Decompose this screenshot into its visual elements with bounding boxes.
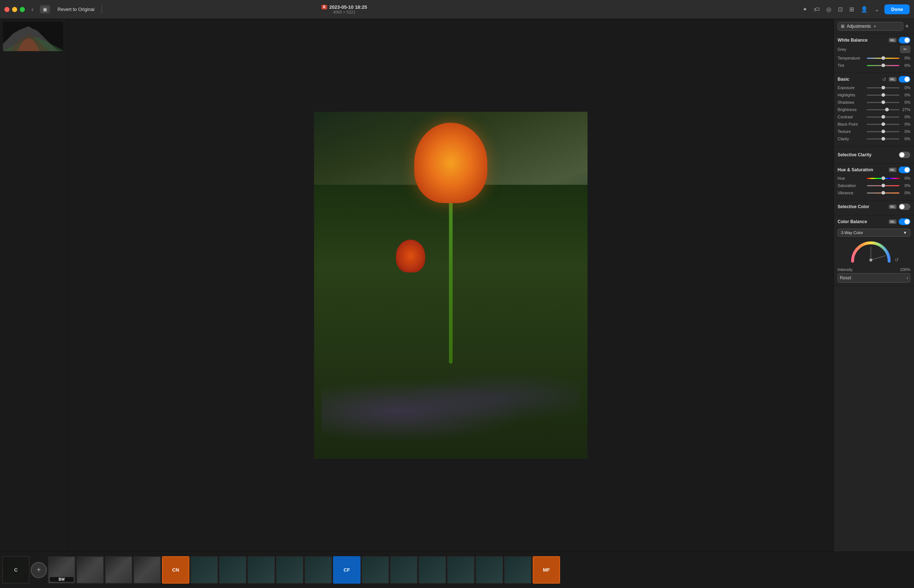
- clarity-thumb[interactable]: [882, 137, 885, 141]
- filmstrip-item-cn[interactable]: CN: [162, 556, 190, 584]
- temperature-slider-wrap[interactable]: [867, 55, 899, 61]
- blackpoint-slider[interactable]: [867, 121, 899, 127]
- reset-button[interactable]: Reset ›: [838, 273, 910, 283]
- vibrance-row: Vibrance 0%: [838, 190, 910, 196]
- filmstrip-item-mf[interactable]: MF: [533, 556, 560, 584]
- clarity-slider[interactable]: [867, 136, 899, 142]
- selective-clarity-toggle[interactable]: [899, 152, 910, 158]
- brightness-track: [867, 109, 899, 110]
- saturation-slider[interactable]: [867, 183, 899, 189]
- contrast-row: Contrast 0%: [838, 114, 910, 120]
- selective-color-section: Selective Color ML: [834, 200, 914, 215]
- reset-chevron-icon: ›: [907, 275, 908, 281]
- shadows-thumb[interactable]: [882, 100, 885, 104]
- filmstrip-item-1[interactable]: [76, 556, 104, 584]
- filmstrip-item-11[interactable]: [419, 556, 446, 584]
- filmstrip-add-button[interactable]: +: [31, 562, 47, 578]
- minimize-button[interactable]: [12, 7, 17, 12]
- temperature-value: 0%: [899, 56, 910, 60]
- temperature-label: Temperature: [838, 56, 867, 60]
- saturation-row: Saturation 0%: [838, 183, 910, 189]
- texture-value: 0%: [899, 129, 910, 134]
- filmstrip-item-10[interactable]: [390, 556, 418, 584]
- grid-icon-button[interactable]: ⊞: [848, 4, 856, 14]
- left-panel: [0, 19, 68, 551]
- filmstrip-item-2[interactable]: [105, 556, 132, 584]
- contrast-label: Contrast: [838, 115, 867, 119]
- contrast-thumb[interactable]: [882, 115, 885, 119]
- highlights-slider[interactable]: [867, 92, 899, 98]
- filmstrip-item-13[interactable]: [476, 556, 503, 584]
- filmstrip-item-7[interactable]: [276, 556, 303, 584]
- filmstrip-item-6[interactable]: [248, 556, 275, 584]
- back-button[interactable]: ‹: [29, 5, 36, 14]
- small-tulip: [396, 239, 425, 273]
- brightness-thumb[interactable]: [885, 108, 889, 111]
- filmstrip-item-5[interactable]: [219, 556, 246, 584]
- selective-color-toggle[interactable]: [899, 204, 910, 210]
- filmstrip-item-8[interactable]: [305, 556, 332, 584]
- temperature-thumb[interactable]: [882, 56, 885, 60]
- filmstrip-item-4[interactable]: [190, 556, 218, 584]
- color-mode-select[interactable]: 3-Way Color ▼: [838, 229, 910, 237]
- wand-icon-button[interactable]: ✦: [801, 4, 809, 14]
- film-bw-label: BW: [50, 577, 73, 582]
- close-button[interactable]: [4, 7, 10, 12]
- exposure-track: [867, 87, 899, 88]
- reset-label: Reset: [840, 275, 851, 281]
- hue-thumb[interactable]: [882, 176, 885, 180]
- texture-slider[interactable]: [867, 129, 899, 134]
- circle-icon-button[interactable]: ◎: [825, 4, 833, 14]
- shadows-slider[interactable]: [867, 99, 899, 105]
- vibrance-thumb[interactable]: [882, 191, 885, 195]
- film-thumb-10: [391, 557, 417, 583]
- adjustments-dropdown[interactable]: ⊞ Adjustments ▼: [838, 22, 903, 31]
- filmstrip-item-14[interactable]: [504, 556, 532, 584]
- white-balance-toggle[interactable]: [899, 37, 910, 44]
- chevron-icon-button[interactable]: ⌄: [873, 4, 881, 14]
- exposure-thumb[interactable]: [882, 86, 885, 89]
- tint-thumb[interactable]: [882, 63, 885, 67]
- filmstrip-item-3[interactable]: [133, 556, 161, 584]
- done-button[interactable]: Done: [884, 4, 910, 14]
- exposure-slider[interactable]: [867, 85, 899, 90]
- filmstrip-item-9[interactable]: [361, 556, 389, 584]
- filmstrip: C + BW CN CF: [0, 551, 914, 588]
- film-thumb-8: [305, 557, 331, 583]
- hue-slider[interactable]: [867, 175, 899, 181]
- intensity-row: Intensity 100%: [838, 267, 910, 272]
- basic-reset-button[interactable]: ↺: [882, 76, 886, 82]
- person-icon-button[interactable]: 👤: [859, 4, 869, 14]
- tag-icon-button[interactable]: 🏷: [812, 5, 821, 14]
- brightness-slider[interactable]: [867, 107, 899, 113]
- color-balance-title: Color Balance: [838, 219, 867, 224]
- color-wheel-reset-button[interactable]: ↺: [894, 257, 899, 263]
- revert-button[interactable]: Revert to Original: [55, 5, 97, 13]
- hue-saturation-toggle[interactable]: [899, 166, 910, 173]
- add-adjustment-button[interactable]: +: [903, 23, 910, 30]
- contrast-track: [867, 116, 899, 118]
- contrast-slider[interactable]: [867, 114, 899, 120]
- texture-thumb[interactable]: [882, 130, 885, 133]
- file-dimensions: 4060 × 5221: [333, 10, 355, 14]
- view-toggle-button[interactable]: ▣: [40, 5, 50, 13]
- filmstrip-item-bw[interactable]: BW: [48, 556, 75, 584]
- filmstrip-item-c[interactable]: C: [2, 556, 30, 584]
- highlights-thumb[interactable]: [882, 93, 885, 97]
- blackpoint-thumb[interactable]: [882, 122, 885, 126]
- tint-track: [867, 65, 899, 66]
- color-balance-toggle[interactable]: [899, 218, 910, 225]
- clarity-row: Clarity 0%: [838, 136, 910, 142]
- photo-container: [314, 112, 588, 459]
- eyedropper-button[interactable]: ✏: [900, 46, 910, 53]
- shadows-track: [867, 102, 899, 103]
- tint-slider-wrap[interactable]: [867, 63, 899, 68]
- basic-toggle[interactable]: [899, 76, 910, 82]
- saturation-thumb[interactable]: [882, 184, 885, 187]
- highlights-value: 0%: [899, 93, 910, 97]
- crop-icon-button[interactable]: ⊡: [836, 4, 844, 14]
- fullscreen-button[interactable]: [20, 7, 25, 12]
- filmstrip-item-cf[interactable]: CF: [333, 556, 360, 584]
- vibrance-slider[interactable]: [867, 190, 899, 196]
- filmstrip-item-12[interactable]: [447, 556, 475, 584]
